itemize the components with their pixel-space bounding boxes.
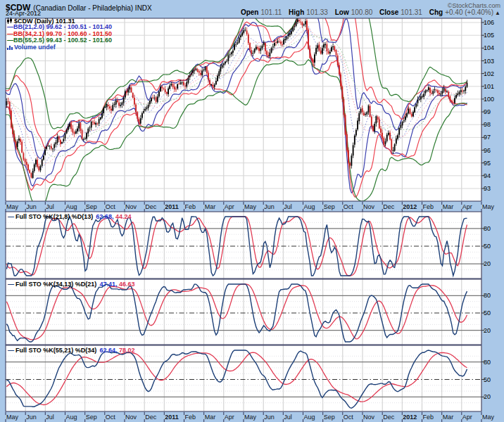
up-arrow-icon: ▲ — [495, 10, 500, 16]
high-value: 101.33 — [306, 8, 328, 16]
svg-text:50: 50 — [484, 309, 491, 316]
svg-text:2012: 2012 — [403, 414, 417, 421]
svg-text:94: 94 — [484, 172, 491, 179]
low-label: Low — [335, 8, 349, 16]
stoch3-k-value: 62.64, — [99, 347, 117, 354]
chg-value: +0.40 (+0.40%) — [445, 8, 493, 16]
svg-text:Jul: Jul — [284, 203, 292, 210]
svg-text:Mar: Mar — [205, 414, 216, 421]
symbol-description: (Canadian Dollar - Philadelphia) INDX — [33, 4, 151, 12]
chart-date: 24-Apr-2012 — [6, 10, 41, 17]
stoch1-k-value: 62.68, — [96, 213, 113, 220]
svg-text:Mar: Mar — [205, 203, 216, 210]
legend-volume-text: Volume undef — [14, 44, 56, 51]
svg-text:Nov: Nov — [125, 203, 137, 210]
svg-text:Jun: Jun — [264, 203, 275, 210]
line-swatch-icon: — — [8, 281, 14, 288]
svg-text:80: 80 — [484, 292, 491, 299]
svg-text:Nov: Nov — [363, 414, 375, 421]
stoch2-d-value: 46.63 — [119, 281, 135, 288]
ohlc-quote-bar: Open101.11 High101.33 Low100.80 Close101… — [236, 8, 500, 16]
svg-text:Jul: Jul — [46, 414, 54, 421]
svg-text:20: 20 — [484, 260, 491, 267]
stoch1-title: Full STO %K(21,8) %D(13) — [15, 213, 93, 220]
legend-volume-row: Volume undef — [7, 44, 112, 51]
svg-text:Apr: Apr — [225, 203, 234, 210]
stoch1-d-value: 44.24 — [115, 213, 132, 220]
stoch3-title: Full STO %K(55,21) %D(34) — [15, 347, 96, 354]
svg-text:Mar: Mar — [443, 414, 454, 421]
svg-text:May: May — [244, 414, 257, 421]
svg-text:Feb: Feb — [185, 203, 196, 210]
svg-text:Apr: Apr — [225, 414, 234, 421]
svg-text:May: May — [6, 203, 19, 210]
svg-text:Jun: Jun — [26, 203, 37, 210]
svg-text:Aug: Aug — [66, 203, 77, 210]
svg-text:Dec: Dec — [383, 414, 395, 421]
chart-canvas: 9394959697989910010110210310410510620508… — [0, 0, 504, 422]
stoch-panel-2-label: —Full STO %K(34,13) %D(21)47.41, 46.63 — [8, 281, 134, 288]
svg-text:50: 50 — [484, 243, 491, 250]
low-value: 100.80 — [351, 8, 373, 16]
line-swatch-icon: — — [8, 347, 14, 354]
svg-text:Apr: Apr — [462, 203, 472, 210]
svg-text:Feb: Feb — [423, 203, 434, 210]
bb55-swatch: — — [7, 37, 13, 44]
volume-bars-icon — [7, 44, 13, 50]
svg-text:20: 20 — [484, 327, 491, 334]
svg-text:Jun: Jun — [26, 414, 37, 421]
svg-text:Oct: Oct — [344, 203, 354, 210]
svg-text:2011: 2011 — [165, 414, 179, 421]
svg-text:104: 104 — [484, 44, 494, 51]
svg-text:Oct: Oct — [106, 203, 116, 210]
svg-text:103: 103 — [484, 58, 494, 65]
svg-text:106: 106 — [484, 19, 494, 26]
svg-text:Oct: Oct — [344, 414, 354, 421]
svg-text:Nov: Nov — [363, 203, 375, 210]
main-chart-legend: $CDW (Daily) 101.31 —BB(21,2.0) 99.62 - … — [7, 18, 112, 51]
svg-text:98: 98 — [484, 121, 491, 128]
svg-text:Nov: Nov — [125, 414, 137, 421]
svg-text:May: May — [482, 414, 495, 421]
svg-text:Feb: Feb — [185, 414, 196, 421]
svg-text:20: 20 — [484, 393, 491, 400]
svg-text:100: 100 — [484, 96, 494, 103]
svg-text:Jul: Jul — [284, 414, 292, 421]
close-label: Close — [379, 8, 398, 16]
svg-text:102: 102 — [484, 70, 494, 77]
svg-text:97: 97 — [484, 134, 491, 141]
open-value: 101.11 — [260, 8, 282, 16]
stoch-panel-1-label: —Full STO %K(21,8) %D(13)62.68, 44.24 — [8, 213, 131, 220]
svg-text:Sep: Sep — [86, 414, 97, 421]
svg-text:May: May — [244, 203, 257, 210]
svg-text:Oct: Oct — [106, 414, 116, 421]
svg-text:Dec: Dec — [383, 203, 395, 210]
stoch2-k-value: 47.41, — [99, 281, 117, 288]
svg-text:May: May — [482, 203, 495, 210]
svg-text:95: 95 — [484, 160, 491, 167]
line-swatch-icon: — — [8, 213, 14, 220]
svg-text:May: May — [6, 414, 19, 421]
open-label: Open — [241, 8, 259, 16]
svg-text:Aug: Aug — [66, 414, 77, 421]
svg-text:Sep: Sep — [324, 203, 335, 210]
stoch2-title: Full STO %K(34,13) %D(21) — [15, 281, 96, 288]
svg-text:Sep: Sep — [324, 414, 335, 421]
svg-text:Apr: Apr — [462, 414, 472, 421]
svg-text:Aug: Aug — [304, 203, 315, 210]
svg-text:101: 101 — [484, 83, 494, 90]
stockcharts-page: 9394959697989910010110210310410510620508… — [0, 0, 504, 422]
svg-text:Dec: Dec — [145, 414, 157, 421]
svg-text:Aug: Aug — [304, 414, 315, 421]
svg-text:105: 105 — [484, 32, 494, 39]
svg-text:Mar: Mar — [443, 203, 454, 210]
chg-label: Chg — [429, 8, 443, 16]
svg-text:80: 80 — [484, 225, 491, 232]
svg-text:99: 99 — [484, 108, 491, 115]
high-label: High — [289, 8, 304, 16]
svg-text:Jul: Jul — [46, 203, 54, 210]
svg-text:Sep: Sep — [86, 203, 97, 210]
svg-text:50: 50 — [484, 376, 491, 383]
svg-text:93: 93 — [484, 185, 491, 192]
svg-text:2011: 2011 — [165, 203, 179, 210]
